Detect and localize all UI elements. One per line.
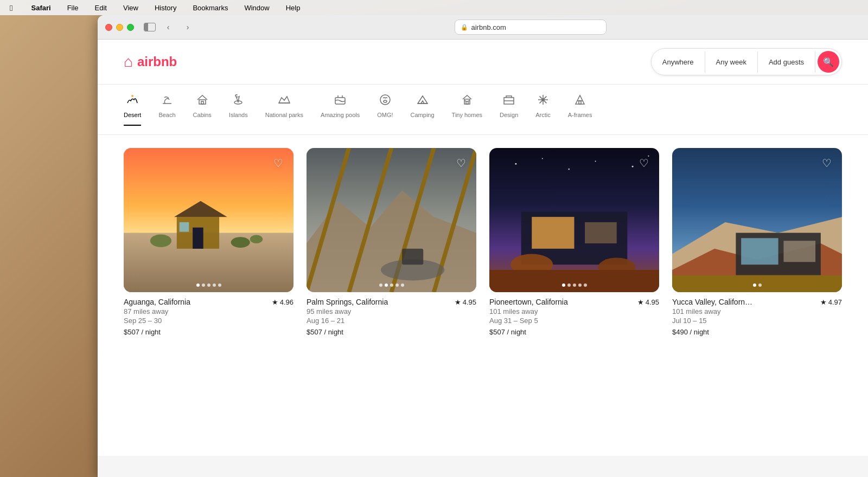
safari-menu[interactable]: Safari	[28, 3, 54, 13]
category-omg[interactable]: OMG!	[377, 93, 393, 126]
close-window-button[interactable]	[105, 24, 112, 31]
star-icon-pioneertown: ★	[637, 298, 644, 306]
category-amazing-pools[interactable]: Amazing pools	[321, 93, 360, 126]
listing-title-yucca-valley: Yucca Valley, Californ…	[672, 298, 752, 306]
category-omg-label: OMG!	[377, 112, 393, 118]
omg-icon	[379, 93, 392, 108]
dot-2	[385, 283, 388, 287]
category-amazing-pools-label: Amazing pools	[321, 112, 360, 118]
category-arctic[interactable]: Arctic	[535, 93, 551, 126]
listing-dates-pioneertown: Aug 31 – Sep 5	[489, 317, 659, 325]
window-menu[interactable]: Window	[241, 3, 272, 13]
dot-2	[567, 283, 571, 287]
wishlist-button-yucca-valley[interactable]: ♡	[818, 154, 835, 172]
category-national-parks-label: National parks	[265, 112, 303, 118]
star-icon-aguanga: ★	[272, 298, 278, 306]
svg-rect-3	[201, 101, 203, 104]
back-button[interactable]: ‹	[161, 20, 175, 34]
svg-rect-51	[585, 222, 617, 243]
listing-card-yucca-valley[interactable]: ♡ Yucca Valley, Californ… ★ 4.97 101	[672, 148, 842, 336]
rating-value-yucca-valley: 4.97	[828, 298, 842, 306]
category-camping[interactable]: Camping	[411, 93, 435, 126]
svg-rect-54	[489, 270, 659, 292]
search-add-guests[interactable]: Add guests	[758, 51, 815, 73]
search-button[interactable]: 🔍	[818, 51, 839, 73]
page-content: ⌂ airbnb Anywhere Any week Add guests 🔍	[98, 40, 868, 456]
dot-5	[218, 283, 221, 287]
dot-1	[753, 283, 756, 287]
listing-card-pioneertown[interactable]: ♡ Pioneertown, California ★ 4.9	[489, 148, 659, 336]
help-menu[interactable]: Help	[283, 3, 304, 13]
wishlist-button-pioneertown[interactable]: ♡	[635, 154, 653, 172]
airbnb-logo[interactable]: ⌂ airbnb	[124, 53, 177, 70]
listing-card-palm-springs[interactable]: ♡ Palm Springs, California ★ 4.	[307, 148, 476, 336]
forward-button[interactable]: ›	[181, 20, 195, 34]
listing-dots-palm-springs	[379, 283, 404, 287]
svg-rect-41	[402, 249, 423, 265]
edit-menu[interactable]: Edit	[92, 3, 110, 13]
lock-icon: 🔒	[461, 24, 468, 31]
svg-rect-12	[466, 101, 468, 104]
traffic-lights	[105, 24, 134, 31]
star-icon-yucca-valley: ★	[820, 298, 827, 306]
maximize-window-button[interactable]	[127, 24, 134, 31]
listing-price-pioneertown: $507 / night	[489, 328, 659, 336]
history-menu[interactable]: History	[151, 3, 180, 13]
category-nav: Desert Beach	[98, 85, 868, 135]
listing-image-pioneertown: ♡	[489, 148, 659, 292]
rating-value-aguanga: 4.96	[280, 298, 293, 306]
listing-image-aguanga: ♡	[124, 148, 293, 292]
category-design[interactable]: Design	[500, 93, 518, 126]
category-islands[interactable]: Islands	[229, 93, 248, 126]
category-cabins[interactable]: Cabins	[193, 93, 212, 126]
listing-card-aguanga[interactable]: ♡ Aguanga, California ★ 4.96	[124, 148, 293, 336]
listing-distance-yucca-valley: 101 miles away	[672, 307, 842, 315]
svg-point-31	[231, 237, 250, 248]
svg-rect-59	[741, 238, 778, 265]
listing-rating-pioneertown: ★ 4.95	[637, 298, 659, 306]
wishlist-button-palm-springs[interactable]: ♡	[452, 154, 470, 172]
dot-1	[562, 283, 565, 287]
dot-4	[395, 283, 399, 287]
address-bar[interactable]: 🔒 airbnb.com	[455, 20, 607, 35]
svg-point-8	[380, 95, 390, 105]
svg-point-21	[542, 99, 544, 101]
camping-icon	[416, 93, 429, 108]
dot-5	[584, 283, 587, 287]
search-bar[interactable]: Anywhere Any week Add guests 🔍	[651, 48, 842, 75]
category-beach-label: Beach	[158, 112, 175, 118]
category-desert[interactable]: Desert	[124, 93, 141, 126]
listing-dots-pioneertown	[562, 283, 587, 287]
dot-4	[578, 283, 582, 287]
category-tiny-homes[interactable]: Tiny homes	[452, 93, 482, 126]
listing-price-palm-springs: $507 / night	[307, 328, 476, 336]
dot-4	[213, 283, 216, 287]
bookmarks-menu[interactable]: Bookmarks	[189, 3, 231, 13]
sidebar-toggle-button[interactable]	[144, 23, 156, 31]
minimize-window-button[interactable]	[116, 24, 123, 31]
arctic-icon	[537, 93, 550, 108]
dot-3	[207, 283, 210, 287]
airbnb-header: ⌂ airbnb Anywhere Any week Add guests 🔍	[98, 40, 868, 85]
mac-menubar:  Safari File Edit View History Bookmark…	[0, 0, 868, 15]
star-icon-palm-springs: ★	[455, 298, 461, 306]
category-national-parks[interactable]: National parks	[265, 93, 303, 126]
amazing-pools-icon	[334, 93, 347, 108]
listing-title-row-aguanga: Aguanga, California ★ 4.96	[124, 298, 293, 306]
listing-info-aguanga: Aguanga, California ★ 4.96 87 miles away…	[124, 298, 293, 336]
category-beach[interactable]: Beach	[158, 93, 175, 126]
file-menu[interactable]: File	[64, 3, 82, 13]
search-any-week[interactable]: Any week	[705, 51, 758, 73]
listing-dates-palm-springs: Aug 16 – 21	[307, 317, 476, 325]
url-display[interactable]: airbnb.com	[471, 23, 506, 31]
category-a-frames[interactable]: A-frames	[568, 93, 592, 126]
wishlist-button-aguanga[interactable]: ♡	[270, 154, 287, 172]
svg-rect-60	[783, 241, 815, 262]
search-anywhere[interactable]: Anywhere	[652, 51, 705, 73]
dot-2	[202, 283, 205, 287]
islands-icon	[232, 93, 245, 108]
apple-menu[interactable]: 	[7, 2, 16, 14]
dot-3	[573, 283, 576, 287]
view-menu[interactable]: View	[120, 3, 142, 13]
cabins-icon	[196, 93, 209, 108]
